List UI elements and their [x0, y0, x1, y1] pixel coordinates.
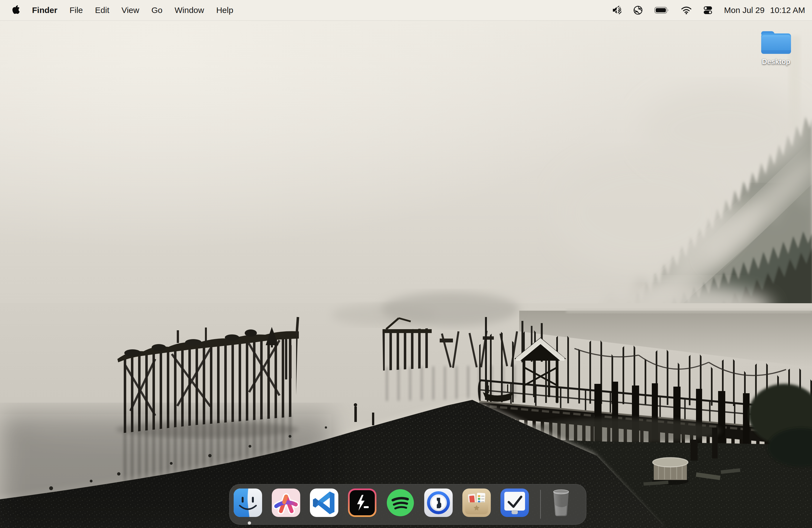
spotify-app-icon[interactable] — [386, 488, 415, 517]
desktop-wallpaper — [0, 0, 812, 528]
wifi-icon[interactable] — [681, 6, 692, 14]
menu-help[interactable]: Help — [216, 5, 233, 15]
finder-running-indicator — [248, 522, 251, 525]
dock — [229, 484, 586, 525]
folder-icon — [759, 27, 793, 55]
aperture-icon[interactable] — [633, 5, 643, 15]
onepassword-app-icon[interactable] — [424, 488, 453, 517]
menu-bar: Finder File Edit View Go Window Help — [0, 0, 812, 20]
apple-icon — [12, 4, 20, 14]
things-app-icon[interactable] — [501, 488, 529, 517]
arc-browser-app-icon[interactable] — [272, 488, 300, 517]
menu-window[interactable]: Window — [175, 5, 204, 15]
control-center-icon[interactable] — [704, 6, 712, 14]
menu-file[interactable]: File — [70, 5, 83, 15]
battery-icon[interactable] — [654, 6, 669, 14]
menu-edit[interactable]: Edit — [95, 5, 110, 15]
clock-time: 10:12 AM — [770, 5, 805, 15]
menu-go[interactable]: Go — [151, 5, 162, 15]
menu-app-name[interactable]: Finder — [32, 5, 57, 15]
dock-separator — [540, 490, 541, 518]
apple-menu[interactable] — [12, 4, 20, 16]
documents-wallet-app-icon[interactable] — [462, 488, 491, 517]
menu-view[interactable]: View — [121, 5, 139, 15]
menu-bar-clock[interactable]: Mon Jul 29 10:12 AM — [724, 5, 805, 15]
warp-terminal-app-icon[interactable] — [348, 488, 376, 517]
vscode-app-icon[interactable] — [310, 488, 338, 517]
volume-muted-icon[interactable] — [612, 6, 622, 15]
trash-icon[interactable] — [547, 488, 575, 517]
desktop-folder-label: Desktop — [757, 57, 795, 66]
clock-date: Mon Jul 29 — [724, 5, 765, 15]
finder-app-icon[interactable] — [234, 488, 262, 517]
desktop-folder-icon[interactable]: Desktop — [757, 27, 795, 66]
